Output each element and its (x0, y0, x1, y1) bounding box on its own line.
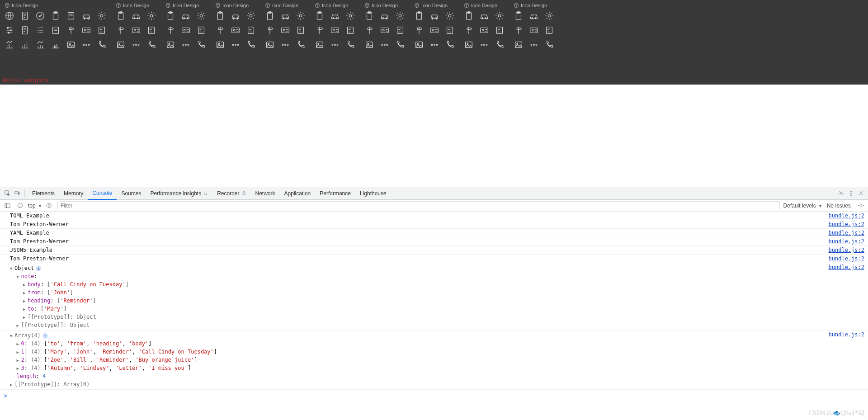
expand-caret[interactable] (16, 364, 21, 372)
cube-icon (215, 3, 221, 8)
array-row: 3: (4) ['Autumn', 'Lindsey', 'Letter', '… (10, 364, 864, 372)
icon-row (364, 25, 405, 35)
expand-caret[interactable] (23, 305, 28, 313)
levels-text: Default levels (783, 203, 816, 209)
length-key: length (16, 373, 36, 379)
issues-label[interactable]: No Issues (827, 203, 851, 209)
source-link[interactable]: bundle.js:2 (829, 255, 864, 262)
svg-point-148 (48, 205, 50, 207)
resize-handle-icon[interactable] (861, 413, 867, 419)
tab-elements[interactable]: Elements (28, 187, 59, 200)
svg-rect-92 (381, 28, 389, 33)
info-icon[interactable]: i (42, 333, 48, 339)
tab-memory[interactable]: Memory (59, 187, 88, 200)
icon-row (414, 40, 455, 50)
svg-point-21 (88, 44, 90, 46)
console-prompt[interactable]: > (0, 390, 868, 401)
tab-console[interactable]: Console (88, 187, 117, 200)
svg-rect-66 (282, 28, 289, 33)
ellipsis-icon (529, 40, 539, 50)
tab-sources[interactable]: Sources (117, 187, 146, 200)
context-selector[interactable]: top (28, 203, 41, 209)
ellipsis-icon (231, 40, 241, 50)
svg-rect-107 (447, 27, 453, 34)
svg-point-20 (86, 44, 87, 46)
svg-point-110 (431, 44, 433, 46)
svg-point-90 (386, 18, 387, 19)
hello-webpack-text: Hello webpack (0, 76, 868, 85)
svg-point-52 (250, 14, 252, 17)
checklist-icon (495, 25, 505, 35)
svg-rect-79 (331, 28, 339, 33)
proto-inner: [[Prototype]]: Object (28, 314, 96, 320)
icon-row (315, 40, 355, 50)
console-toolbar: top Default levels No Issues (0, 200, 868, 212)
device-toggle-icon[interactable] (13, 189, 22, 198)
gear-icon (495, 11, 505, 21)
svg-point-89 (382, 18, 383, 19)
svg-rect-29 (149, 27, 155, 34)
more-icon[interactable] (846, 189, 855, 198)
svg-point-26 (150, 14, 153, 17)
expand-caret[interactable] (23, 280, 28, 288)
tab-application[interactable]: Application (280, 187, 316, 200)
settings-icon[interactable] (836, 189, 845, 198)
expand-caret[interactable] (10, 380, 14, 388)
info-icon[interactable]: i (36, 266, 41, 271)
context-scope-text: top (28, 203, 36, 209)
tab-lighthouse[interactable]: Lighthouse (355, 187, 391, 200)
svg-point-45 (183, 44, 184, 46)
clear-icon[interactable] (15, 201, 24, 210)
svg-rect-68 (298, 27, 304, 34)
expand-caret[interactable] (16, 340, 21, 348)
eye-icon[interactable] (45, 201, 54, 210)
signpost-icon (66, 25, 76, 35)
source-link[interactable]: bundle.js:2 (829, 247, 864, 253)
close-icon[interactable] (856, 189, 865, 198)
expand-caret[interactable] (16, 321, 21, 329)
id-card-icon (181, 25, 191, 35)
tab-performance[interactable]: Performance (315, 187, 355, 200)
image-icon (514, 40, 524, 50)
source-link[interactable]: bundle.js:2 (829, 221, 864, 227)
svg-rect-82 (316, 42, 323, 48)
filter-input[interactable] (57, 201, 780, 210)
svg-rect-16 (99, 27, 105, 34)
source-link[interactable]: bundle.js:2 (829, 212, 864, 219)
clipboard-icon (116, 11, 126, 21)
svg-point-93 (382, 29, 384, 31)
gear-icon (395, 11, 405, 21)
gear-icon (445, 11, 455, 21)
svg-point-37 (184, 18, 184, 19)
expand-caret[interactable] (16, 272, 21, 280)
phone-icon (146, 40, 156, 50)
source-link[interactable]: bundle.js:2 (829, 264, 864, 270)
svg-point-18 (69, 43, 71, 45)
tab-network[interactable]: Network (251, 187, 280, 200)
expand-caret[interactable] (23, 288, 28, 297)
console-settings-icon[interactable] (856, 201, 865, 210)
source-link[interactable]: bundle.js:2 (829, 331, 864, 338)
expand-caret[interactable] (16, 356, 21, 364)
source-link[interactable]: bundle.js:2 (829, 238, 864, 245)
checklist-icon (395, 25, 405, 35)
expand-caret[interactable] (10, 264, 14, 272)
signpost-icon (464, 25, 474, 35)
expand-caret[interactable] (10, 331, 14, 340)
source-link[interactable]: bundle.js:2 (829, 230, 864, 236)
tab-recorder[interactable]: Recorder (212, 187, 250, 200)
svg-rect-134 (515, 42, 522, 48)
sidebar-toggle-icon[interactable] (3, 201, 12, 210)
inspect-icon[interactable] (3, 189, 12, 198)
checklist-icon (146, 25, 156, 35)
tab-performance-insights[interactable]: Performance insights (146, 187, 212, 200)
svg-point-125 (486, 44, 487, 46)
expand-caret[interactable] (16, 348, 21, 356)
signpost-icon (514, 25, 524, 35)
icon-row (116, 25, 156, 35)
console-body[interactable]: TOML Examplebundle.js:2Tom Preston-Werne… (0, 212, 868, 420)
expand-caret[interactable] (23, 297, 28, 305)
levels-selector[interactable]: Default levels (783, 203, 821, 209)
svg-point-63 (283, 18, 284, 19)
expand-caret[interactable] (23, 313, 28, 321)
